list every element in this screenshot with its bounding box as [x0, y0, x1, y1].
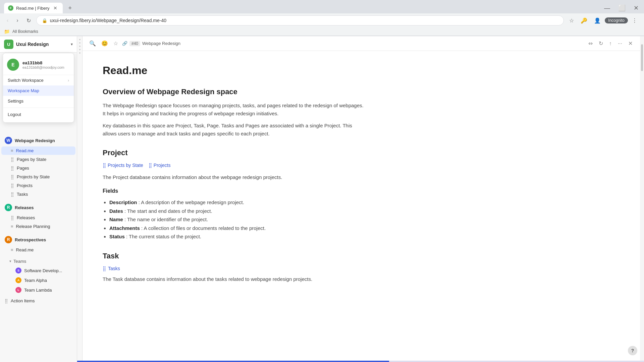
address-bar[interactable]: 🔒 uxui-redesign.fibery.io/Webpage_Redesi… — [36, 15, 564, 25]
tasks-link-icon: ⣿ — [103, 266, 106, 271]
scrollbar[interactable] — [640, 36, 644, 362]
doc-search-icon[interactable]: 🔍 — [88, 39, 97, 48]
sidebar-item-action-items[interactable]: ⣿ Action Items — [1, 297, 75, 305]
bookmarks-folder-icon: 📁 — [4, 29, 10, 34]
minimize-button[interactable]: — — [603, 3, 611, 13]
switch-workspace-label: Switch Workspace — [8, 78, 44, 83]
projects-link[interactable]: ⣿ Projects — [149, 163, 171, 168]
tab-title: Read.me | Fibery — [16, 6, 49, 11]
sidebar-item-pages[interactable]: ⣿ Pages — [1, 164, 75, 172]
active-tab[interactable]: F Read.me | Fibery ✕ — [4, 3, 63, 13]
team-alpha-label: Team Alpha — [24, 278, 47, 283]
doc-star-icon[interactable]: ☆ — [112, 39, 119, 48]
history-icon[interactable]: ↻ — [597, 39, 605, 48]
tasks-label: Tasks — [17, 192, 28, 197]
releases-icon: R — [5, 204, 12, 211]
lock-icon: 🔒 — [42, 18, 47, 23]
sidebar-item-read-me[interactable]: ≡ Read.me — [1, 146, 75, 155]
forward-button[interactable]: › — [14, 16, 21, 25]
tasks-link[interactable]: ⣿ Tasks — [103, 266, 364, 271]
tasks-link-label: Tasks — [108, 266, 120, 271]
bookmarks-bar: 📁 All Bookmarks — [0, 27, 644, 36]
projects-by-state-link[interactable]: ⣿ Projects by State — [103, 163, 143, 168]
browser-extensions-button[interactable]: 🔑 — [578, 16, 590, 25]
team-alpha-icon: A — [15, 277, 21, 283]
overview-paragraph-2: Key databases in this space are Project,… — [103, 122, 364, 138]
task-description: The Task database contains information a… — [103, 275, 364, 283]
help-button[interactable]: ? — [628, 346, 637, 355]
workspace-header[interactable]: U Uxui Redesign ▾ — [0, 36, 77, 53]
doc-emoji-icon[interactable]: 😊 — [100, 39, 109, 48]
link-icon: 🔗 — [122, 41, 127, 46]
teams-toggle-icon: ▾ — [9, 259, 11, 263]
field-attachments-name: Attachments — [109, 225, 140, 231]
workspace-dropdown-menu: E ea131bb8 ea131bb8@moodjoy.com Switch W… — [3, 53, 74, 123]
sidebar-item-release-planning[interactable]: ≡ Release Planning — [1, 222, 75, 231]
sidebar-item-software-develop[interactable]: S Software Develop... — [1, 266, 75, 275]
field-name-value: : The name or identifier of the project. — [124, 217, 208, 222]
sidebar-item-releases[interactable]: ⣿ Releases — [1, 214, 75, 222]
sidebar-item-tasks[interactable]: ⣿ Tasks — [1, 190, 75, 198]
close-doc-button[interactable]: ✕ — [626, 39, 635, 48]
bookmark-star-button[interactable]: ☆ — [567, 16, 577, 25]
workspace-name: Uxui Redesign — [16, 42, 71, 47]
back-button[interactable]: ‹ — [4, 16, 11, 25]
sidebar-item-team-lambda[interactable]: L Team Lambda — [1, 285, 75, 295]
projects-by-state-icon: ⣿ — [11, 174, 14, 179]
release-planning-icon: ≡ — [11, 224, 13, 229]
close-window-button[interactable]: ✕ — [632, 3, 640, 13]
workspace-map-item[interactable]: Workspace Map — [3, 85, 74, 96]
new-tab-button[interactable]: + — [65, 3, 74, 13]
field-dates: Dates : The start and end dates of the p… — [109, 207, 364, 216]
team-lambda-icon: L — [15, 287, 21, 293]
nav-section-webpage-redesign: W Webpage Redesign ≡ Read.me ⣿ Pages by … — [0, 133, 77, 200]
nav-section-header-releases[interactable]: R Releases — [1, 202, 75, 213]
url-display: uxui-redesign.fibery.io/Webpage_Redesign… — [50, 18, 166, 23]
project-links: ⣿ Projects by State ⣿ Projects — [103, 163, 364, 168]
gutter-dot-1 — [79, 39, 80, 40]
profile-button[interactable]: 👤 — [591, 16, 603, 25]
breadcrumb-link[interactable]: Webpage Redesign — [142, 41, 180, 46]
browser-menu-button[interactable]: ⋮ — [629, 16, 640, 25]
sidebar-item-projects[interactable]: ⣿ Projects — [1, 181, 75, 190]
expand-icon[interactable]: ⇔ — [586, 39, 595, 48]
field-name: Name : The name or identifier of the pro… — [109, 215, 364, 224]
sidebar-item-team-alpha[interactable]: A Team Alpha — [1, 276, 75, 285]
breadcrumb: 🔗 #40 Webpage Redesign — [122, 41, 180, 46]
maximize-button[interactable]: ⬜ — [617, 3, 627, 13]
more-actions-icon[interactable]: ··· — [616, 39, 624, 48]
switch-workspace-item[interactable]: Switch Workspace › — [3, 75, 74, 85]
nav-section-header-retrospectives[interactable]: R Retrospectives — [1, 234, 75, 245]
tab-close-button[interactable]: ✕ — [52, 5, 59, 11]
sidebar-item-projects-by-state[interactable]: ⣿ Projects by State — [1, 173, 75, 181]
overview-paragraph-1: The Webpage Redesign space focuses on ma… — [103, 102, 364, 118]
webpage-redesign-label: Webpage Redesign — [15, 138, 55, 143]
browser-titlebar: F Read.me | Fibery ✕ + — ⬜ ✕ — [0, 0, 644, 13]
retro-read-me-icon: ≡ — [11, 247, 13, 252]
projects-label: Projects — [17, 183, 33, 188]
settings-item[interactable]: Settings — [3, 96, 74, 106]
reload-button[interactable]: ↻ — [24, 16, 34, 25]
browser-chrome: F Read.me | Fibery ✕ + — ⬜ ✕ ‹ › ↻ 🔒 uxu… — [0, 0, 644, 36]
breadcrumb-link-count: #40 — [129, 41, 140, 46]
share-icon[interactable]: ↑ — [607, 39, 614, 48]
doc-title: Read.me — [103, 64, 364, 77]
pages-by-state-icon: ⣿ — [11, 157, 14, 162]
nav-section-header-webpage-redesign[interactable]: W Webpage Redesign — [1, 135, 75, 146]
releases-label: Releases — [15, 205, 34, 210]
scroll-thumb[interactable] — [641, 44, 643, 71]
retro-read-me-label: Read.me — [16, 247, 34, 252]
webpage-redesign-icon: W — [5, 137, 12, 144]
teams-toggle[interactable]: ▾ Teams — [0, 257, 77, 265]
logout-item[interactable]: Logout — [3, 109, 74, 120]
overview-heading: Overview of Webpage Redesign space — [103, 87, 364, 96]
action-items-label: Action Items — [11, 298, 35, 303]
doc-toolbar: 🔍 😊 ☆ 🔗 #40 Webpage Redesign ⇔ ↻ ↑ ··· ✕ — [83, 36, 640, 51]
workspace-avatar: U — [4, 40, 13, 49]
projects-by-state-label: Projects by State — [17, 174, 50, 179]
sidebar: U Uxui Redesign ▾ E ea131bb8 ea131bb8@mo… — [0, 36, 77, 362]
projects-link-label: Projects — [154, 163, 171, 168]
field-status: Status : The current status of the proje… — [109, 232, 364, 241]
sidebar-item-pages-by-state[interactable]: ⣿ Pages by State — [1, 155, 75, 164]
sidebar-item-retro-read-me[interactable]: ≡ Read.me — [1, 246, 75, 254]
